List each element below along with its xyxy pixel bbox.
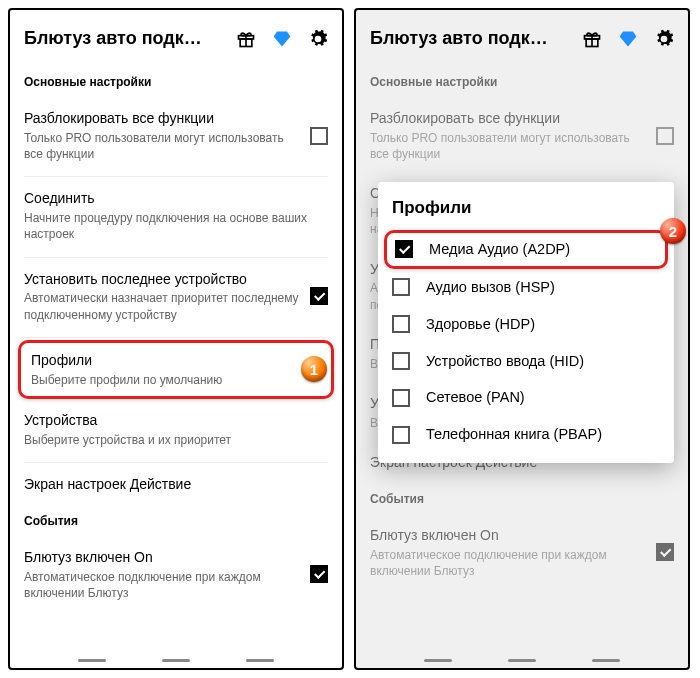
row-subtitle: Выберите устройства и их приоритет [24,432,328,448]
row-last-device[interactable]: Установить последнее устройство Автомати… [24,260,328,335]
row-title: Соединить [24,189,328,208]
nav-back[interactable] [246,659,274,662]
section-events: События [370,484,674,516]
nav-back[interactable] [592,659,620,662]
checkbox-pan[interactable] [392,389,410,407]
row-title: Устройства [24,411,328,430]
row-screen[interactable]: Экран настроек Действие [24,465,328,506]
phone-right: Блютуз авто подк… Основные настройки Раз… [354,8,690,670]
header-icons [236,29,328,49]
nav-recent[interactable] [424,659,452,662]
checkbox-unlock[interactable] [310,127,328,145]
row-subtitle: Начните процедуру подключения на основе … [24,210,328,242]
dialog-item-hdp[interactable]: Здоровье (HDP) [392,306,660,343]
nav-bar [10,659,342,662]
row-bt-on: Блютуз включен On Автоматическое подключ… [370,516,674,591]
dialog-item-label: Телефонная книга (PBAP) [426,425,602,444]
row-subtitle: Автоматическое подключение при каждом вк… [24,569,300,601]
profiles-dialog: Профили Медиа Аудио (A2DP) 2 Аудио вызов… [378,182,674,463]
row-profiles[interactable]: Профили Выберите профили по умолчанию 1 [18,340,334,399]
nav-home[interactable] [162,659,190,662]
row-devices[interactable]: Устройства Выберите устройства и их прио… [24,401,328,460]
app-title: Блютуз авто подк… [24,28,228,49]
section-events: События [24,506,328,538]
dialog-item-pbap[interactable]: Телефонная книга (PBAP) [392,416,660,453]
row-bt-on[interactable]: Блютуз включен On Автоматическое подключ… [24,538,328,613]
row-title: Блютуз включен On [370,526,646,545]
header-icons [582,29,674,49]
row-subtitle: Только PRO пользователи могут использова… [24,130,300,162]
row-title: Установить последнее устройство [24,270,300,289]
row-title: Разблокировать все функции [370,109,646,128]
row-title: Блютуз включен On [24,548,300,567]
checkbox-hdp[interactable] [392,315,410,333]
divider [24,337,328,338]
dialog-item-label: Сетевое (PAN) [426,388,525,407]
dialog-item-a2dp[interactable]: Медиа Аудио (A2DP) [384,230,668,269]
dialog-item-label: Здоровье (HDP) [426,315,535,334]
checkbox-last-device[interactable] [310,287,328,305]
row-unlock: Разблокировать все функции Только PRO по… [370,99,674,174]
nav-bar [356,659,688,662]
nav-home[interactable] [508,659,536,662]
phone-left: Блютуз авто подк… Основные настройки Раз… [8,8,344,670]
app-header: Блютуз авто подк… [356,10,688,67]
row-title: Профили [31,351,321,370]
callout-badge-2: 2 [660,218,686,244]
checkbox-a2dp[interactable] [395,240,413,258]
divider [24,462,328,463]
row-subtitle: Только PRO пользователи могут использова… [370,130,646,162]
app-title: Блютуз авто подк… [370,28,574,49]
dialog-item-label: Устройство ввода (HID) [426,352,584,371]
gear-icon[interactable] [654,29,674,49]
row-title: Разблокировать все функции [24,109,300,128]
divider [24,257,328,258]
checkbox-pbap[interactable] [392,426,410,444]
dialog-item-hid[interactable]: Устройство ввода (HID) [392,343,660,380]
checkbox-hsp[interactable] [392,278,410,296]
divider [24,176,328,177]
dialog-item-hsp[interactable]: Аудио вызов (HSP) [392,269,660,306]
callout-badge-1: 1 [301,356,327,382]
row-subtitle: Автоматическое подключение при каждом вк… [370,547,646,579]
dialog-item-label: Аудио вызов (HSP) [426,278,555,297]
checkbox-bt-on[interactable] [310,565,328,583]
row-unlock[interactable]: Разблокировать все функции Только PRO по… [24,99,328,174]
checkbox-hid[interactable] [392,352,410,370]
gift-icon[interactable] [582,29,602,49]
checkbox-bt-on [656,543,674,561]
section-main: Основные настройки [24,67,328,99]
gift-icon[interactable] [236,29,256,49]
settings-list: Основные настройки Разблокировать все фу… [10,67,342,613]
dialog-title: Профили [392,198,660,218]
nav-recent[interactable] [78,659,106,662]
app-header: Блютуз авто подк… [10,10,342,67]
diamond-icon[interactable] [618,29,638,49]
section-main: Основные настройки [370,67,674,99]
checkbox-unlock [656,127,674,145]
row-title: Экран настроек Действие [24,475,328,494]
dialog-item-pan[interactable]: Сетевое (PAN) [392,379,660,416]
dialog-item-label: Медиа Аудио (A2DP) [429,240,570,259]
row-connect[interactable]: Соединить Начните процедуру подключения … [24,179,328,254]
gear-icon[interactable] [308,29,328,49]
row-subtitle: Выберите профили по умолчанию [31,372,321,388]
row-subtitle: Автоматически назначает приоритет послед… [24,290,300,322]
diamond-icon[interactable] [272,29,292,49]
